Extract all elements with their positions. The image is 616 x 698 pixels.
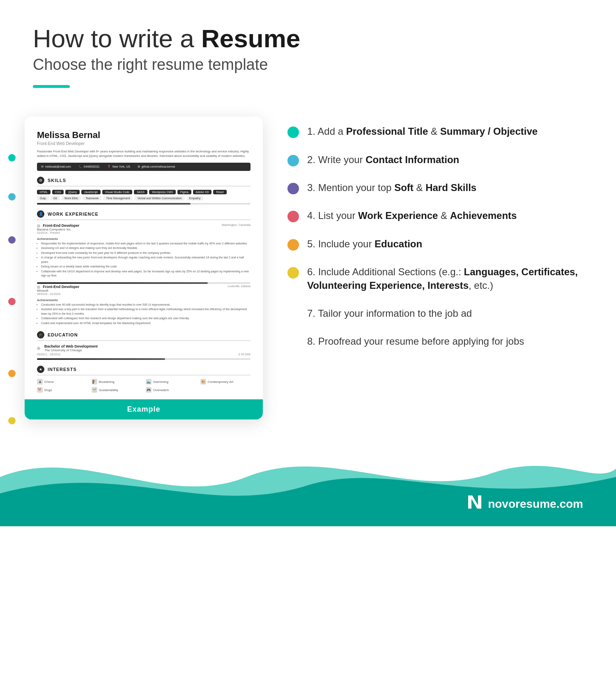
bottom-section: novoresume.com bbox=[0, 436, 616, 526]
interest-item: 🏊Swimming bbox=[146, 379, 196, 385]
interests-grid: ♟Chess🧗Bouldering🏊Swimming🎨Contemporary … bbox=[37, 379, 251, 393]
dot-4 bbox=[8, 298, 16, 305]
interests-section: ★ INTERESTS ♟Chess🧗Bouldering🏊Swimming🎨C… bbox=[37, 366, 251, 393]
skill-tag: CSS bbox=[52, 190, 64, 194]
dot-3 bbox=[8, 236, 16, 244]
brand-logo bbox=[467, 494, 483, 514]
tip-item-7: 7. Tailor your information to the job ad bbox=[287, 307, 591, 320]
dot-5 bbox=[8, 370, 16, 377]
edu-school: The University of Chicago bbox=[44, 348, 98, 352]
achievements-label: Achievements bbox=[37, 237, 251, 241]
title-prefix: How to write a bbox=[33, 24, 201, 53]
bullet-item: Collaborate with the UI/UX department to… bbox=[41, 270, 251, 278]
interest-label: Dogs bbox=[44, 388, 52, 392]
work-progress-fill bbox=[37, 282, 208, 284]
tip-item-8: 8. Proofread your resume before applying… bbox=[287, 335, 591, 348]
interest-label: Sustainability bbox=[99, 388, 118, 392]
interest-item: 🐕Dogs bbox=[37, 387, 87, 393]
skill-tag: Teamwork bbox=[83, 196, 101, 200]
job-date: 08/2016 - 01/2018 bbox=[37, 293, 228, 295]
interest-icon: 🐕 bbox=[37, 387, 43, 393]
job-date: 02/2018 - Present bbox=[37, 231, 222, 234]
skills-section-header: ⚙ SKILLS bbox=[37, 177, 251, 187]
interest-label: Swimming bbox=[153, 380, 168, 384]
interest-item: 🎨Contemporary Art bbox=[200, 379, 251, 385]
work-experience-section: 👤 WORK EXPERIENCE Front-End Developer Ba… bbox=[37, 210, 251, 326]
example-label-wrapper: Example bbox=[25, 399, 263, 419]
resume-job-title: Front-End Web Developer bbox=[37, 141, 251, 146]
tip-dot bbox=[287, 336, 299, 348]
tips-list: 1. Add a Professional Title & Summary / … bbox=[287, 117, 591, 363]
bullet-item: Coded and implemented over 40 HTML email… bbox=[41, 321, 251, 326]
skill-tag: jQuery bbox=[65, 190, 80, 194]
bullet-item: Conducted over 60 A/B successful testing… bbox=[41, 303, 251, 307]
skill-tag: Adobe XD bbox=[193, 190, 212, 194]
job-company: Minisoft bbox=[37, 289, 228, 293]
work-icon: 👤 bbox=[37, 210, 44, 218]
interest-label: Contemporary Art bbox=[208, 380, 234, 384]
resume-card: Melissa Bernal Front-End Web Developer P… bbox=[25, 117, 263, 419]
skills-progress-fill bbox=[37, 203, 191, 205]
edu-progress-bar bbox=[37, 358, 251, 360]
bullet-item: Responsible for the implementation of re… bbox=[41, 242, 251, 246]
interest-item: 🧗Bouldering bbox=[92, 379, 142, 385]
bullet-item: Developed front-end code constantly for … bbox=[41, 251, 251, 256]
job-location: Louisville, Indiana bbox=[228, 285, 251, 288]
tip-text: 2. Write your Contact Information bbox=[307, 153, 459, 166]
edu-dot bbox=[37, 347, 40, 350]
bullet-item: Assessing UX and UI designs and making s… bbox=[41, 246, 251, 251]
resume-card-wrapper: Melissa Bernal Front-End Web Developer P… bbox=[25, 117, 263, 419]
skill-tag: Empathy bbox=[186, 196, 204, 200]
location-icon: 📍 bbox=[107, 165, 111, 168]
tip-text: 3. Mention your top Soft & Hard Skills bbox=[307, 181, 476, 194]
title-bold: Resume bbox=[201, 24, 300, 53]
interest-icon: 🎨 bbox=[200, 379, 206, 385]
tip-dot bbox=[287, 211, 299, 222]
tip-item-1: 1. Add a Professional Title & Summary / … bbox=[287, 125, 591, 138]
job-position: Front-End Developer bbox=[43, 285, 79, 289]
skill-tag: SASS bbox=[134, 190, 147, 194]
tip-text: 5. Include your Education bbox=[307, 237, 422, 251]
main-content: Melissa Bernal Front-End Web Developer P… bbox=[0, 100, 616, 419]
contact-github: ⚙ github.com/melissa.bernal bbox=[138, 165, 175, 168]
edu-date-gpa: 09/2011 - 06/2016 3.78 GPA bbox=[37, 353, 251, 356]
header: How to write a Resume Choose the right r… bbox=[0, 0, 616, 100]
location-value: New York, US bbox=[113, 165, 130, 168]
skill-tag: Gulp bbox=[37, 196, 49, 200]
bullet-list: Conducted over 60 A/B successful testing… bbox=[37, 303, 251, 326]
edu-icon: 🎓 bbox=[37, 331, 44, 339]
skill-tag: Figma bbox=[177, 190, 191, 194]
jobs-container: Front-End Developer Banana Computers Inc… bbox=[37, 223, 251, 326]
tip-dot bbox=[287, 155, 299, 166]
skill-tag: Wordpress CMS bbox=[149, 190, 176, 194]
job-company: Banana Computers Inc. bbox=[37, 228, 222, 231]
bullet-item: Assisted and was a key part in the trans… bbox=[41, 307, 251, 316]
dot-6 bbox=[8, 417, 16, 424]
tip-dot bbox=[287, 239, 299, 251]
skills-row-1: HTMLCSSjQueryJavaScriptVisual Studio Cod… bbox=[37, 190, 251, 194]
skills-progress-bar bbox=[37, 203, 251, 205]
tip-text: 6. Include Additional Sections (e.g.: La… bbox=[307, 265, 591, 292]
tip-dot bbox=[287, 267, 299, 279]
interests-icon: ★ bbox=[37, 366, 44, 373]
wave-bg-svg bbox=[0, 444, 616, 526]
edu-entry: Bachelor of Web Development The Universi… bbox=[37, 344, 251, 356]
job-entry: Front-End Developer Banana Computers Inc… bbox=[37, 223, 251, 278]
phone-icon: 📞 bbox=[78, 165, 82, 168]
interest-icon: 🧗 bbox=[92, 379, 97, 385]
contact-bar: ✉ melissab@mail.com 📞 0446002021 📍 New Y… bbox=[37, 163, 251, 171]
email-value: melissab@mail.com bbox=[45, 165, 71, 168]
tip-text: 1. Add a Professional Title & Summary / … bbox=[307, 125, 538, 138]
interest-item: ♟Chess bbox=[37, 379, 87, 385]
interests-section-title: INTERESTS bbox=[48, 367, 77, 372]
github-value: github.com/melissa.bernal bbox=[142, 165, 175, 168]
job-entry: Front-End Developer Minisoft 08/2016 - 0… bbox=[37, 285, 251, 326]
bullet-item: Debug issues on a weekly basis while mai… bbox=[41, 265, 251, 269]
resume-summary: Passionate Front-End Web Developer with … bbox=[37, 149, 251, 159]
job-location: Washington, Columbia bbox=[222, 223, 251, 226]
github-icon: ⚙ bbox=[138, 165, 140, 168]
edu-degree: Bachelor of Web Development bbox=[44, 344, 98, 348]
tip-text: 4. List your Work Experience & Achieveme… bbox=[307, 209, 517, 222]
tip-item-5: 5. Include your Education bbox=[287, 237, 591, 251]
dot-1 bbox=[8, 154, 16, 161]
